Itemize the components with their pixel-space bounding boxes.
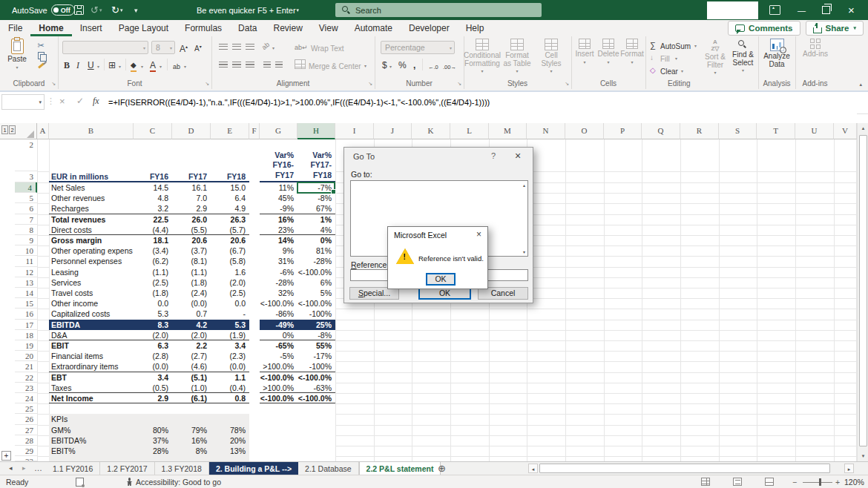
cell[interactable]: (5.8): [211, 256, 249, 266]
cell[interactable]: -6%: [260, 267, 297, 277]
cell[interactable]: (2.0): [134, 330, 172, 340]
cell[interactable]: 4.9: [211, 203, 249, 214]
row-header[interactable]: 11: [15, 256, 37, 266]
cell[interactable]: (1.1): [172, 267, 211, 277]
cell[interactable]: 6%: [297, 277, 335, 288]
restore-button[interactable]: [822, 0, 830, 20]
cell[interactable]: 80%: [134, 425, 172, 435]
dialog-launcher-icon[interactable]: ↘: [51, 81, 56, 87]
cell[interactable]: -28%: [297, 256, 335, 266]
horizontal-scrollbar[interactable]: [539, 464, 842, 473]
decrease-font-size-button[interactable]: A▾: [194, 42, 202, 54]
outline-level-1-button[interactable]: 1: [1, 125, 8, 134]
cell[interactable]: [211, 414, 249, 424]
normal-view-button[interactable]: [701, 475, 710, 488]
scroll-up-icon[interactable]: ▴: [858, 123, 868, 133]
clear-button[interactable]: Clear: [660, 68, 678, 76]
decrease-decimal-button[interactable]: .00→: [443, 62, 456, 73]
percent-format-button[interactable]: %: [398, 60, 407, 70]
cell[interactable]: 79%: [172, 425, 211, 435]
cell[interactable]: 9%: [260, 245, 297, 256]
column-header-D[interactable]: D: [172, 123, 211, 139]
cell[interactable]: -8%: [297, 193, 335, 203]
cell[interactable]: 2.2: [172, 340, 211, 351]
row-header[interactable]: 22: [15, 372, 37, 383]
sheet-tab[interactable]: 2.1 Database: [298, 462, 358, 475]
cell[interactable]: (5.7): [211, 225, 249, 235]
cell[interactable]: (1.1): [134, 267, 172, 277]
autosave-toggle[interactable]: AutoSave Off: [12, 0, 75, 20]
cell[interactable]: GM%: [49, 425, 134, 435]
cell[interactable]: 14.5: [134, 182, 172, 193]
row-header[interactable]: 2: [15, 139, 37, 171]
font-size-select[interactable]: 8▾: [151, 41, 175, 54]
cell[interactable]: -: [211, 309, 249, 319]
cut-icon[interactable]: ✂: [36, 41, 46, 50]
cell[interactable]: EUR in millions: [49, 171, 134, 182]
row-header[interactable]: 16: [15, 309, 37, 319]
cell[interactable]: Leasing: [49, 267, 134, 277]
column-header-H[interactable]: H: [297, 123, 335, 139]
cell[interactable]: Direct costs: [49, 225, 134, 235]
insert-cells-button[interactable]: Insert ▾: [573, 39, 596, 65]
cell[interactable]: Services: [49, 277, 134, 288]
customize-quick-access-button[interactable]: ▾: [134, 0, 138, 20]
cell[interactable]: <-100.0%: [297, 267, 335, 277]
row-header[interactable]: 26: [15, 414, 37, 424]
cell[interactable]: [134, 414, 172, 424]
comments-button[interactable]: Comments: [728, 21, 800, 36]
column-header-U[interactable]: U: [795, 123, 834, 139]
minimize-button[interactable]: —: [798, 0, 806, 20]
cell[interactable]: (2.0): [172, 330, 211, 340]
row-header[interactable]: 14: [15, 288, 37, 298]
cell[interactable]: 16%: [260, 214, 297, 225]
menu-tab-home[interactable]: Home: [30, 20, 71, 36]
cell[interactable]: Net Income: [49, 393, 134, 403]
addins-button[interactable]: Add-ins: [799, 39, 832, 59]
cell[interactable]: -63%: [297, 383, 335, 393]
cell[interactable]: 8.3: [134, 320, 172, 330]
comma-format-button[interactable]: ,: [413, 60, 415, 70]
find-select-button[interactable]: Find & Select ▾: [729, 39, 757, 73]
cell[interactable]: 22.5: [134, 214, 172, 225]
cell[interactable]: (1.0): [172, 383, 211, 393]
row-header[interactable]: 7: [15, 214, 37, 225]
cell[interactable]: (1.8): [134, 288, 172, 298]
cell[interactable]: <-100.0%: [260, 298, 297, 309]
page-break-view-button[interactable]: [765, 475, 774, 488]
cell[interactable]: (0.5): [134, 383, 172, 393]
cell[interactable]: (6.7): [211, 245, 249, 256]
cell[interactable]: (6.2): [134, 256, 172, 266]
close-button[interactable]: ×: [848, 0, 855, 20]
dialog-launcher-icon[interactable]: ↘: [565, 81, 569, 87]
cell[interactable]: 0.0: [211, 298, 249, 309]
menu-tab-help[interactable]: Help: [458, 20, 493, 36]
cell[interactable]: Gross margin: [49, 235, 134, 245]
row-header[interactable]: 24: [15, 393, 37, 403]
cell[interactable]: -100%: [297, 309, 335, 319]
cell[interactable]: -100%: [297, 361, 335, 372]
cell[interactable]: EBT: [49, 372, 134, 383]
row-header[interactable]: 19: [15, 340, 37, 351]
row-header[interactable]: 15: [15, 298, 37, 309]
cell[interactable]: 55%: [297, 340, 335, 351]
column-header-J[interactable]: J: [374, 123, 412, 139]
cell[interactable]: Other operating expens: [49, 245, 134, 256]
row-header[interactable]: 8: [15, 225, 37, 235]
cell[interactable]: 5.3: [211, 320, 249, 330]
cell[interactable]: 1%: [297, 214, 335, 225]
column-header-I[interactable]: I: [335, 123, 374, 139]
cell[interactable]: 25%: [297, 320, 335, 330]
cell[interactable]: 0%: [297, 235, 335, 245]
row-header[interactable]: 4: [15, 182, 37, 193]
cell[interactable]: 45%: [260, 193, 297, 203]
delete-cells-button[interactable]: Delete ▾: [596, 39, 620, 65]
cell[interactable]: 2.9: [172, 203, 211, 214]
cell[interactable]: 18.1: [134, 235, 172, 245]
cell[interactable]: (5.5): [172, 225, 211, 235]
cell[interactable]: (2.7): [172, 351, 211, 361]
cell[interactable]: FY17: [172, 171, 211, 182]
cell[interactable]: Net Sales: [49, 182, 134, 193]
scroll-down-icon[interactable]: ▾: [858, 451, 868, 461]
drag-handle-icon[interactable]: ⋮: [47, 96, 55, 106]
